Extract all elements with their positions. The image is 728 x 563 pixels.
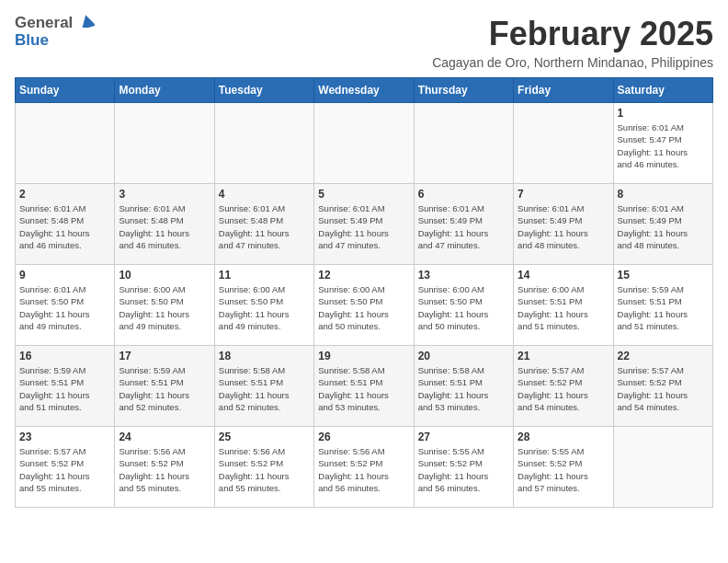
day-number: 11 bbox=[219, 269, 310, 282]
calendar-day-cell: 24Sunrise: 5:56 AMSunset: 5:52 PMDayligh… bbox=[115, 427, 214, 508]
calendar-day-cell: 21Sunrise: 5:57 AMSunset: 5:52 PMDayligh… bbox=[514, 346, 613, 427]
svg-marker-0 bbox=[80, 15, 95, 28]
day-info: Sunrise: 6:01 AMSunset: 5:49 PMDaylight:… bbox=[618, 202, 709, 251]
calendar-day-cell: 28Sunrise: 5:55 AMSunset: 5:52 PMDayligh… bbox=[514, 427, 613, 508]
day-number: 14 bbox=[518, 269, 609, 282]
calendar-day-cell: 3Sunrise: 6:01 AMSunset: 5:48 PMDaylight… bbox=[115, 184, 214, 265]
calendar-day-cell: 26Sunrise: 5:56 AMSunset: 5:52 PMDayligh… bbox=[314, 427, 414, 508]
day-info: Sunrise: 5:58 AMSunset: 5:51 PMDaylight:… bbox=[418, 364, 509, 413]
calendar-day-cell: 16Sunrise: 5:59 AMSunset: 5:51 PMDayligh… bbox=[16, 346, 115, 427]
day-info: Sunrise: 5:55 AMSunset: 5:52 PMDaylight:… bbox=[518, 445, 609, 494]
day-number: 15 bbox=[618, 269, 709, 282]
weekday-header: Sunday bbox=[16, 78, 115, 103]
calendar-day-cell: 13Sunrise: 6:00 AMSunset: 5:50 PMDayligh… bbox=[414, 265, 513, 346]
calendar-day-cell: 8Sunrise: 6:01 AMSunset: 5:49 PMDaylight… bbox=[613, 184, 712, 265]
day-info: Sunrise: 5:55 AMSunset: 5:52 PMDaylight:… bbox=[418, 445, 509, 494]
calendar-day-cell: 20Sunrise: 5:58 AMSunset: 5:51 PMDayligh… bbox=[414, 346, 513, 427]
calendar-title: February 2025 bbox=[432, 15, 713, 53]
day-info: Sunrise: 6:00 AMSunset: 5:51 PMDaylight:… bbox=[518, 283, 609, 332]
day-number: 21 bbox=[518, 350, 609, 362]
calendar-day-cell bbox=[414, 103, 513, 184]
calendar-day-cell: 19Sunrise: 5:58 AMSunset: 5:51 PMDayligh… bbox=[314, 346, 414, 427]
calendar-week-row: 9Sunrise: 6:01 AMSunset: 5:50 PMDaylight… bbox=[16, 265, 713, 346]
day-number: 12 bbox=[318, 269, 409, 282]
day-number: 18 bbox=[219, 350, 310, 362]
day-number: 19 bbox=[318, 350, 409, 362]
calendar-week-row: 1Sunrise: 6:01 AMSunset: 5:47 PMDaylight… bbox=[16, 103, 713, 184]
calendar-day-cell: 14Sunrise: 6:00 AMSunset: 5:51 PMDayligh… bbox=[514, 265, 613, 346]
weekday-header: Friday bbox=[514, 78, 613, 103]
calendar-day-cell: 11Sunrise: 6:00 AMSunset: 5:50 PMDayligh… bbox=[214, 265, 313, 346]
calendar-day-cell: 1Sunrise: 6:01 AMSunset: 5:47 PMDaylight… bbox=[613, 103, 712, 184]
calendar-day-cell: 27Sunrise: 5:55 AMSunset: 5:52 PMDayligh… bbox=[414, 427, 513, 508]
day-info: Sunrise: 5:59 AMSunset: 5:51 PMDaylight:… bbox=[19, 364, 110, 413]
weekday-header: Wednesday bbox=[314, 78, 414, 103]
calendar-day-cell bbox=[214, 103, 313, 184]
calendar-week-row: 16Sunrise: 5:59 AMSunset: 5:51 PMDayligh… bbox=[16, 346, 713, 427]
calendar-day-cell bbox=[16, 103, 115, 184]
day-number: 7 bbox=[518, 188, 609, 201]
day-info: Sunrise: 5:56 AMSunset: 5:52 PMDaylight:… bbox=[318, 445, 409, 494]
day-info: Sunrise: 5:57 AMSunset: 5:52 PMDaylight:… bbox=[19, 445, 110, 494]
calendar-table: SundayMondayTuesdayWednesdayThursdayFrid… bbox=[15, 77, 713, 508]
day-number: 20 bbox=[418, 350, 509, 362]
day-number: 10 bbox=[119, 269, 210, 282]
day-info: Sunrise: 5:57 AMSunset: 5:52 PMDaylight:… bbox=[518, 364, 609, 413]
calendar-week-row: 2Sunrise: 6:01 AMSunset: 5:48 PMDaylight… bbox=[16, 184, 713, 265]
calendar-day-cell: 12Sunrise: 6:00 AMSunset: 5:50 PMDayligh… bbox=[314, 265, 414, 346]
day-number: 4 bbox=[219, 188, 310, 201]
day-number: 5 bbox=[318, 188, 409, 201]
day-number: 6 bbox=[418, 188, 509, 201]
day-number: 26 bbox=[318, 431, 409, 443]
title-block: February 2025 Cagayan de Oro, Northern M… bbox=[432, 15, 713, 70]
day-number: 22 bbox=[618, 350, 709, 362]
calendar-day-cell: 5Sunrise: 6:01 AMSunset: 5:49 PMDaylight… bbox=[314, 184, 414, 265]
day-number: 3 bbox=[119, 188, 210, 201]
calendar-day-cell: 6Sunrise: 6:01 AMSunset: 5:49 PMDaylight… bbox=[414, 184, 513, 265]
day-info: Sunrise: 5:57 AMSunset: 5:52 PMDaylight:… bbox=[618, 364, 709, 413]
day-info: Sunrise: 5:56 AMSunset: 5:52 PMDaylight:… bbox=[119, 445, 210, 494]
calendar-day-cell: 15Sunrise: 5:59 AMSunset: 5:51 PMDayligh… bbox=[613, 265, 712, 346]
day-info: Sunrise: 5:58 AMSunset: 5:51 PMDaylight:… bbox=[318, 364, 409, 413]
calendar-week-row: 23Sunrise: 5:57 AMSunset: 5:52 PMDayligh… bbox=[16, 427, 713, 508]
calendar-header-row: SundayMondayTuesdayWednesdayThursdayFrid… bbox=[16, 78, 713, 103]
weekday-header: Thursday bbox=[414, 78, 513, 103]
day-number: 27 bbox=[418, 431, 509, 443]
day-info: Sunrise: 5:56 AMSunset: 5:52 PMDaylight:… bbox=[219, 445, 310, 494]
day-number: 13 bbox=[418, 269, 509, 282]
day-info: Sunrise: 5:59 AMSunset: 5:51 PMDaylight:… bbox=[119, 364, 210, 413]
day-number: 16 bbox=[19, 350, 110, 362]
weekday-header: Tuesday bbox=[214, 78, 313, 103]
calendar-day-cell bbox=[314, 103, 414, 184]
page-header: General Blue February 2025 Cagayan de Or… bbox=[15, 15, 713, 70]
day-info: Sunrise: 6:01 AMSunset: 5:49 PMDaylight:… bbox=[518, 202, 609, 251]
calendar-day-cell: 9Sunrise: 6:01 AMSunset: 5:50 PMDaylight… bbox=[16, 265, 115, 346]
calendar-day-cell: 22Sunrise: 5:57 AMSunset: 5:52 PMDayligh… bbox=[613, 346, 712, 427]
day-number: 17 bbox=[119, 350, 210, 362]
day-info: Sunrise: 6:01 AMSunset: 5:49 PMDaylight:… bbox=[318, 202, 409, 251]
calendar-day-cell: 25Sunrise: 5:56 AMSunset: 5:52 PMDayligh… bbox=[214, 427, 313, 508]
calendar-location: Cagayan de Oro, Northern Mindanao, Phili… bbox=[432, 55, 713, 70]
day-number: 1 bbox=[618, 107, 709, 120]
logo: General Blue bbox=[15, 15, 95, 49]
day-info: Sunrise: 6:00 AMSunset: 5:50 PMDaylight:… bbox=[418, 283, 509, 332]
calendar-day-cell: 10Sunrise: 6:00 AMSunset: 5:50 PMDayligh… bbox=[115, 265, 214, 346]
logo-triangle-icon bbox=[80, 15, 95, 30]
day-info: Sunrise: 6:01 AMSunset: 5:50 PMDaylight:… bbox=[19, 283, 110, 332]
day-number: 23 bbox=[19, 431, 110, 443]
logo-blue: Blue bbox=[15, 31, 49, 49]
calendar-day-cell: 2Sunrise: 6:01 AMSunset: 5:48 PMDaylight… bbox=[16, 184, 115, 265]
day-info: Sunrise: 5:59 AMSunset: 5:51 PMDaylight:… bbox=[618, 283, 709, 332]
day-number: 9 bbox=[19, 269, 110, 282]
logo-general: General bbox=[15, 14, 73, 31]
day-number: 28 bbox=[518, 431, 609, 443]
day-number: 25 bbox=[219, 431, 310, 443]
day-info: Sunrise: 6:00 AMSunset: 5:50 PMDaylight:… bbox=[318, 283, 409, 332]
day-info: Sunrise: 5:58 AMSunset: 5:51 PMDaylight:… bbox=[219, 364, 310, 413]
day-info: Sunrise: 6:01 AMSunset: 5:49 PMDaylight:… bbox=[418, 202, 509, 251]
weekday-header: Saturday bbox=[613, 78, 712, 103]
day-info: Sunrise: 6:01 AMSunset: 5:48 PMDaylight:… bbox=[119, 202, 210, 251]
day-info: Sunrise: 6:00 AMSunset: 5:50 PMDaylight:… bbox=[119, 283, 210, 332]
day-number: 24 bbox=[119, 431, 210, 443]
calendar-day-cell bbox=[115, 103, 214, 184]
